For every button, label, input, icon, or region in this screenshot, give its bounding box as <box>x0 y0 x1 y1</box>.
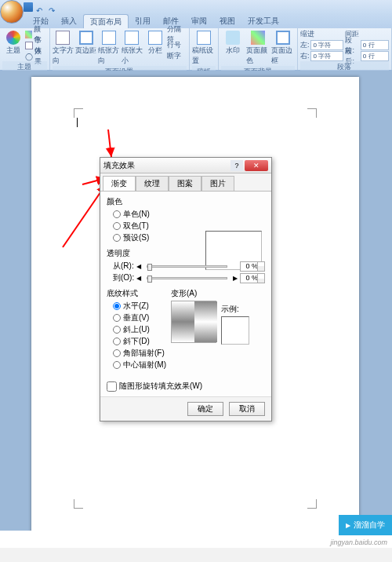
tab-review[interactable]: 审阅 <box>185 14 213 28</box>
shade-corner-radio[interactable] <box>113 349 121 357</box>
tab-pattern[interactable]: 图案 <box>169 176 201 191</box>
title-bar <box>0 0 392 14</box>
footer-bar <box>0 548 392 562</box>
sample-preview <box>221 316 249 345</box>
rotate-with-shape-checkbox[interactable] <box>107 381 117 392</box>
tab-insert[interactable]: 插入 <box>55 14 83 28</box>
group-paper: 稿纸设置 稿纸 <box>190 28 219 70</box>
space-after-spinner[interactable]: 0 行 <box>361 51 389 61</box>
ribbon-tabs: 开始 插入 页面布局 引用 邮件 审阅 视图 开发工具 <box>0 14 392 28</box>
tab-picture[interactable]: 图片 <box>201 176 234 191</box>
shade-style-label: 底纹样式 <box>107 288 166 299</box>
columns-label: 分栏 <box>148 46 162 56</box>
effects-icon: ◯ <box>25 53 33 60</box>
page-color-label: 页面颜色 <box>246 46 270 66</box>
crop-mark <box>307 108 317 118</box>
tab-references[interactable]: 引用 <box>129 14 157 28</box>
indent-right-spinner[interactable]: 0 字符 <box>310 51 343 61</box>
shade-v-label: 垂直(V) <box>123 312 149 323</box>
quick-access-toolbar <box>24 2 58 12</box>
slider-right-icon[interactable]: ▶ <box>233 275 238 282</box>
dialog-titlebar[interactable]: 填充效果 ? ✕ <box>100 158 271 173</box>
trans-to-value[interactable]: 0 % <box>240 273 265 283</box>
space-before-spinner[interactable]: 0 行 <box>361 40 389 50</box>
color-one-radio[interactable] <box>113 210 121 218</box>
text-direction-button[interactable]: 文字方向 <box>53 29 74 66</box>
color-preset-radio[interactable] <box>113 234 121 242</box>
text-cursor <box>77 118 78 127</box>
trans-to-label: 到(O): <box>113 272 134 283</box>
orientation-button[interactable]: 纸张方向 <box>98 29 119 66</box>
group-paragraph: 缩进 左:0 字符 右:0 字符 间距 段前:0 行 段后:0 行 段落 <box>298 28 392 70</box>
group-themes: 主题 颜色 字体 ◯效果 主题 <box>0 28 50 70</box>
shade-center-label: 中心辐射(M) <box>123 359 166 370</box>
watermark-button[interactable]: 水印 <box>221 29 245 56</box>
crop-mark <box>74 108 83 118</box>
slider-left-icon[interactable]: ◀ <box>136 275 141 282</box>
lines-label: 行号 <box>167 40 181 50</box>
columns-button[interactable]: 分栏 <box>144 29 165 56</box>
page-borders-button[interactable]: 页面边框 <box>271 29 295 66</box>
color-two-label: 双色(T) <box>123 221 149 232</box>
shade-horizontal-radio[interactable] <box>113 302 121 310</box>
shade-diagdown-radio[interactable] <box>113 338 121 345</box>
theme-effects[interactable]: ◯效果 <box>25 51 46 61</box>
office-button[interactable] <box>0 0 24 24</box>
trans-from-value[interactable]: 0 % <box>240 261 265 272</box>
colors-label: 颜色 <box>107 196 265 207</box>
slider-left-icon[interactable]: ◀ <box>136 263 141 270</box>
rotate-chk-label: 随图形旋转填充效果(W) <box>119 381 202 392</box>
orientation-icon <box>102 31 116 45</box>
text-direction-label: 文字方向 <box>53 46 74 66</box>
fonts-icon <box>25 42 32 49</box>
trans-from-slider[interactable] <box>147 265 227 268</box>
tab-view[interactable]: 视图 <box>213 14 241 28</box>
breaks-option[interactable]: 分隔符 <box>167 29 187 39</box>
color-preset-label: 预设(S) <box>123 232 149 243</box>
themes-button[interactable]: 主题 <box>2 29 24 56</box>
margins-label: 页边距 <box>75 46 96 56</box>
dialog-title: 填充效果 <box>103 160 230 171</box>
indent-right-label: 右: <box>300 51 310 61</box>
slider-thumb[interactable] <box>147 264 152 271</box>
redo-icon[interactable] <box>49 2 58 12</box>
color-two-radio[interactable] <box>113 222 121 230</box>
columns-icon <box>148 31 162 45</box>
slider-thumb[interactable] <box>147 276 152 283</box>
tab-gradient[interactable]: 渐变 <box>103 176 136 191</box>
shade-dd-label: 斜下(D) <box>123 336 150 347</box>
save-icon[interactable] <box>24 2 33 12</box>
variant-label: 变形(A) <box>171 288 216 299</box>
line-numbers-option[interactable]: 行号 <box>167 40 187 50</box>
paper-settings-button[interactable]: 稿纸设置 <box>192 29 216 66</box>
shade-center-radio[interactable] <box>113 361 121 369</box>
size-label: 纸张大小 <box>122 46 143 66</box>
page-color-button[interactable]: 页面颜色 <box>246 29 270 66</box>
brand-text: 溜溜自学 <box>354 520 385 531</box>
hyphenation-option[interactable]: 断字 <box>167 51 187 61</box>
indent-header-label: 缩进 <box>300 29 314 39</box>
help-button[interactable]: ? <box>230 160 243 171</box>
variant-grid[interactable] <box>171 301 216 343</box>
watermark-icon <box>226 31 240 45</box>
shade-vertical-radio[interactable] <box>113 314 121 322</box>
indent-left-spinner[interactable]: 0 字符 <box>310 40 343 50</box>
shade-corner-label: 角部辐射(F) <box>123 348 165 359</box>
dialog-buttons: 确定 取消 <box>100 396 271 421</box>
ok-button[interactable]: 确定 <box>187 402 223 416</box>
shade-diagup-radio[interactable] <box>113 326 121 334</box>
size-button[interactable]: 纸张大小 <box>122 29 143 66</box>
trans-to-slider[interactable] <box>147 277 227 279</box>
cancel-button[interactable]: 取消 <box>229 402 265 416</box>
page-borders-icon <box>276 31 290 45</box>
tab-texture[interactable]: 纹理 <box>136 176 169 191</box>
close-button[interactable]: ✕ <box>245 160 268 171</box>
undo-icon[interactable] <box>36 2 45 12</box>
margins-button[interactable]: 页边距 <box>75 29 96 56</box>
themes-label: 主题 <box>6 46 20 56</box>
tab-page-layout[interactable]: 页面布局 <box>83 14 129 28</box>
page-borders-label: 页面边框 <box>271 46 295 66</box>
color-one-label: 单色(N) <box>123 209 150 220</box>
tab-developer[interactable]: 开发工具 <box>241 14 285 28</box>
source-watermark: jingyan.baidu.com <box>330 538 387 546</box>
